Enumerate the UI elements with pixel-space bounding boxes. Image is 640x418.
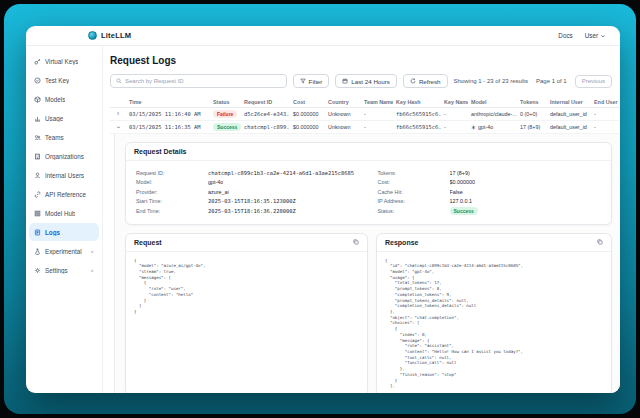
- user-menu-label: User: [585, 32, 598, 39]
- sidebar-item-model-hub[interactable]: Model Hub: [29, 204, 99, 222]
- request-json: { "model": "azure_ai/gpt-4o", "stream": …: [126, 252, 367, 321]
- detail-label: End Time:: [136, 208, 208, 214]
- results-count: Showing 1 - 23 of 23 results: [454, 78, 528, 84]
- app-window: LiteLLM Docs User Virtual Keys Test Ke: [26, 26, 620, 393]
- detail-value: False: [450, 189, 463, 195]
- cell-key-name: -: [441, 111, 468, 117]
- cell-key-name: -: [441, 124, 468, 130]
- column-header-status: Status: [210, 99, 241, 105]
- usage-icon: [34, 115, 41, 122]
- sidebar-item-organizations[interactable]: Organizations: [29, 147, 99, 165]
- litellm-logo-icon: [88, 31, 97, 40]
- experimental-icon: [34, 248, 41, 255]
- filter-button[interactable]: Filter: [293, 74, 330, 88]
- organizations-icon: [34, 153, 41, 160]
- column-header-internal-user: Internal User: [547, 99, 591, 105]
- chevron-down-icon: ∨: [90, 249, 94, 254]
- column-header-end-user: End User: [591, 99, 620, 105]
- sidebar-item-internal-users[interactable]: Internal Users: [29, 166, 99, 184]
- status-badge: Failure: [213, 110, 237, 119]
- request-details-card: Request Details Request ID:chatcmpl-c899…: [125, 142, 612, 225]
- copy-request-button[interactable]: [353, 239, 359, 245]
- detail-label: Start Time:: [136, 198, 208, 204]
- test-key-icon: [34, 77, 41, 84]
- cell-key-hash: fb66c565915c6...: [393, 111, 441, 117]
- sidebar-item-settings[interactable]: Settings ∨: [29, 261, 99, 279]
- sidebar-item-usage[interactable]: Usage: [29, 109, 99, 127]
- response-panel: Response { "id": "chatcmpl-c899c1b3-ca2e…: [376, 233, 612, 394]
- sidebar-item-label: Model Hub: [45, 210, 75, 217]
- detail-value: 127.0.0.1: [450, 198, 472, 204]
- search-box: [110, 74, 287, 88]
- detail-label: IP Address:: [378, 198, 450, 204]
- detail-value: 2025-03-15T18:16:35.123000Z: [208, 198, 296, 204]
- details-left-column: Request ID:chatcmpl-c899c1b3-ca2e-4214-a…: [136, 168, 360, 216]
- model-hub-icon: [34, 210, 41, 217]
- refresh-icon: [410, 78, 416, 84]
- sidebar-item-models[interactable]: Models: [29, 90, 99, 108]
- table-header-row: Time Status Request ID Cost Country Team…: [110, 96, 620, 108]
- expand-row-icon[interactable]: ›: [117, 111, 119, 118]
- copy-response-button[interactable]: [597, 239, 603, 245]
- sidebar-item-test-key[interactable]: Test Key: [29, 71, 99, 89]
- cell-internal-user: default_user_id: [547, 111, 591, 117]
- page-title: Request Logs: [110, 55, 620, 66]
- refresh-button[interactable]: Refresh: [403, 74, 448, 88]
- key-icon: [34, 58, 41, 65]
- docs-link[interactable]: Docs: [558, 32, 572, 39]
- top-bar: LiteLLM Docs User: [26, 26, 620, 46]
- cell-cost: $0.000000: [290, 124, 325, 130]
- calendar-icon: [342, 78, 348, 84]
- sidebar-item-teams[interactable]: Teams: [29, 128, 99, 146]
- sidebar: Virtual Keys Test Key Models Usage Teams: [26, 46, 103, 393]
- sidebar-item-label: Test Key: [45, 77, 69, 84]
- internal-users-icon: [34, 172, 41, 179]
- column-header-cost: Cost: [290, 99, 325, 105]
- cell-cost: $0.000000: [290, 111, 325, 117]
- main-content: Request Logs Filter Last 24 Hours: [103, 46, 620, 393]
- cell-model: anthropic/claude-...: [468, 111, 517, 117]
- copy-icon: [353, 239, 359, 245]
- cell-country: Unknown: [325, 111, 361, 117]
- model-name: gpt-4o: [478, 124, 493, 130]
- request-panel: Request { "model": "azure_ai/gpt-4o", "s…: [125, 233, 368, 394]
- cell-request-id: d5c26ce4-e343...: [241, 111, 290, 117]
- column-header-time: Time: [126, 99, 210, 105]
- detail-value: 17 (8+9): [450, 170, 470, 176]
- models-icon: [34, 96, 41, 103]
- sidebar-item-label: Virtual Keys: [45, 58, 78, 65]
- sidebar-item-label: Internal Users: [45, 172, 84, 179]
- provider-icon: [471, 125, 476, 130]
- cell-request-id: chatcmpl-c899...: [241, 124, 290, 130]
- detail-label: Cache Hit:: [378, 189, 450, 195]
- table-row-expanded: › 03/15/2025 11:16:35 AM Success chatcmp…: [110, 121, 620, 134]
- column-header-key-hash: Key Hash: [393, 99, 441, 105]
- sidebar-item-label: Logs: [45, 229, 60, 236]
- cell-key-hash: fb66c565915c6...: [393, 124, 441, 130]
- cell-internal-user: default_user_id: [547, 124, 591, 130]
- details-right-column: Tokens:17 (8+9) Cost:$0.000000 Cache Hit…: [378, 168, 602, 216]
- sidebar-item-logs[interactable]: Logs: [29, 223, 99, 241]
- sidebar-item-api-reference[interactable]: API Reference: [29, 185, 99, 203]
- request-panel-title: Request: [134, 239, 162, 246]
- refresh-button-label: Refresh: [419, 78, 441, 85]
- search-input[interactable]: [125, 78, 281, 84]
- previous-page-button[interactable]: Previous: [575, 75, 612, 88]
- column-header-request-id: Request ID: [241, 99, 290, 105]
- detail-label: Provider:: [136, 189, 208, 195]
- time-range-button[interactable]: Last 24 Hours: [335, 74, 397, 88]
- logs-table: Time Status Request ID Cost Country Team…: [110, 96, 620, 134]
- api-reference-icon: [34, 191, 41, 198]
- page-indicator: Page 1 of 1: [536, 78, 567, 84]
- sidebar-item-experimental[interactable]: Experimental ∨: [29, 242, 99, 260]
- request-details-title: Request Details: [134, 148, 187, 155]
- cell-end-user: -: [591, 111, 620, 117]
- sidebar-item-virtual-keys[interactable]: Virtual Keys: [29, 52, 99, 70]
- user-menu[interactable]: User: [585, 32, 606, 39]
- collapse-row-icon[interactable]: ›: [115, 126, 122, 128]
- column-header-tokens: Tokens: [517, 99, 547, 105]
- column-header-model: Model: [468, 99, 517, 105]
- detail-label: Request ID:: [136, 170, 208, 176]
- filter-button-label: Filter: [309, 78, 323, 85]
- response-json: { "id": "chatcmpl-c899c1b3-ca2e-4214-a6d…: [377, 252, 611, 394]
